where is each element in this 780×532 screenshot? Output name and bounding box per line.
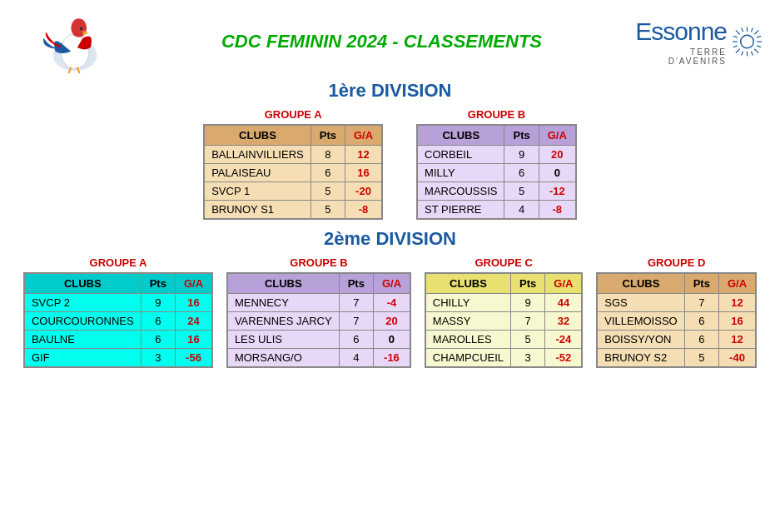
table-row: SVCP 15-20: [204, 182, 382, 201]
points: 6: [311, 164, 345, 182]
goal-average: 12: [718, 294, 756, 312]
club-name: CORBEIL: [417, 146, 504, 164]
div2-group-c-table: CLUBS Pts G/A CHILLY944MASSY732MAROLLES5…: [425, 272, 584, 368]
points: 3: [511, 349, 545, 368]
div2-group-d-container: GROUPE D CLUBS Pts G/A SGS712VILLEMOISSO…: [596, 256, 757, 368]
table-row: BAULNE616: [24, 331, 212, 349]
svg-line-21: [757, 36, 761, 37]
club-name: BRUNOY S2: [597, 349, 684, 368]
div2c-ga-header: G/A: [545, 273, 583, 294]
division1-groups-row: GROUPE A CLUBS Pts G/A BALLAINVILLIERS81…: [17, 108, 763, 220]
club-name: MORSANG/O: [227, 349, 339, 368]
svg-line-22: [757, 46, 761, 47]
goal-average: -16: [373, 349, 410, 368]
goal-average: 0: [373, 331, 410, 349]
club-name: SGS: [597, 294, 684, 312]
div1a-ga-header: G/A: [345, 125, 382, 146]
club-name: BALLAINVILLIERS: [204, 146, 311, 164]
goal-average: -52: [545, 349, 583, 368]
points: 6: [141, 331, 175, 349]
club-name: GIF: [24, 349, 141, 368]
table-row: VARENNES JARCY720: [227, 312, 410, 331]
essonne-logo-area: Essonne TERRE D'AVENIRS: [630, 17, 763, 66]
div1-group-b-container: GROUPE B CLUBS Pts G/A CORBEIL920MILLY60…: [416, 108, 577, 220]
table-row: SVCP 2916: [24, 294, 212, 312]
club-name: CHILLY: [425, 294, 511, 312]
div2-group-d-table: CLUBS Pts G/A SGS712VILLEMOISSO616BOISSY…: [596, 272, 757, 368]
club-name: BRUNOY S1: [204, 201, 311, 220]
goal-average: 24: [175, 312, 212, 331]
points: 5: [504, 182, 539, 201]
table-row: BRUNOY S15-8: [204, 201, 382, 220]
points: 8: [311, 146, 345, 164]
table-row: MILLY60: [417, 164, 576, 182]
div1b-ga-header: G/A: [539, 125, 576, 146]
club-name: CHAMPCUEIL: [425, 349, 511, 368]
div1a-pts-header: Pts: [311, 125, 345, 146]
div1b-pts-header: Pts: [504, 125, 539, 146]
div2-group-a-label: GROUPE A: [90, 256, 147, 269]
svg-point-8: [741, 35, 754, 48]
table-row: PALAISEAU616: [204, 164, 382, 182]
essonne-name: Essonne: [630, 17, 727, 46]
essonne-sun-icon: [731, 25, 763, 58]
div2b-clubs-header: CLUBS: [227, 273, 339, 294]
goal-average: 32: [545, 312, 583, 331]
table-row: MASSY732: [425, 312, 583, 331]
goal-average: 44: [545, 294, 583, 312]
goal-average: -20: [345, 182, 382, 201]
points: 6: [141, 312, 175, 331]
points: 7: [511, 312, 545, 331]
division2-title: 2ème DIVISION: [17, 228, 763, 250]
svg-line-14: [754, 49, 758, 53]
club-name: MARCOUSSIS: [417, 182, 504, 201]
goal-average: 20: [539, 146, 576, 164]
table-row: VILLEMOISSO616: [597, 312, 756, 331]
points: 3: [141, 349, 175, 368]
table-row: SGS712: [597, 294, 756, 312]
div2b-ga-header: G/A: [373, 273, 410, 294]
club-name: MASSY: [425, 312, 511, 331]
club-name: SVCP 2: [24, 294, 141, 312]
goal-average: 16: [345, 164, 382, 182]
division1-section: 1ère DIVISION GROUPE A CLUBS Pts G/A BAL…: [17, 80, 763, 220]
logo-area: FF PETANQUE JEU PROVENÇAL: [17, 8, 133, 75]
svg-line-16: [736, 49, 740, 53]
div1a-clubs-header: CLUBS: [204, 125, 311, 146]
table-row: MARCOUSSIS5-12: [417, 182, 576, 201]
svg-line-17: [742, 27, 743, 32]
div2a-pts-header: Pts: [141, 273, 175, 294]
club-name: COURCOURONNES: [24, 312, 141, 331]
table-row: LES ULIS60: [227, 331, 410, 349]
div2-group-c-container: GROUPE C CLUBS Pts G/A CHILLY944MASSY732…: [425, 256, 584, 368]
points: 7: [339, 294, 373, 312]
div2d-clubs-header: CLUBS: [597, 273, 684, 294]
div2-group-b-label: GROUPE B: [290, 256, 347, 269]
goal-average: -40: [718, 349, 756, 368]
table-row: CHILLY944: [425, 294, 583, 312]
div2c-pts-header: Pts: [511, 273, 545, 294]
div2-group-b-table: CLUBS Pts G/A MENNECY7-4VARENNES JARCY72…: [226, 272, 411, 368]
points: 9: [504, 146, 539, 164]
div2d-ga-header: G/A: [718, 273, 756, 294]
points: 7: [339, 312, 373, 331]
div2-group-c-label: GROUPE C: [474, 256, 532, 269]
points: 6: [339, 331, 373, 349]
main-title: CDC FEMININ 2024 - CLASSEMENTS: [133, 31, 630, 52]
essonne-text-block: Essonne TERRE D'AVENIRS: [630, 17, 727, 66]
division1-title: 1ère DIVISION: [17, 80, 763, 102]
club-name: VARENNES JARCY: [227, 312, 339, 331]
goal-average: 20: [373, 312, 410, 331]
ff-petanque-logo: FF PETANQUE JEU PROVENÇAL: [29, 8, 121, 75]
points: 9: [511, 294, 545, 312]
goal-average: 16: [175, 331, 212, 349]
svg-line-18: [751, 27, 753, 32]
club-name: LES ULIS: [227, 331, 339, 349]
div2d-pts-header: Pts: [684, 273, 718, 294]
table-row: MAROLLES5-24: [425, 331, 583, 349]
points: 6: [504, 164, 539, 182]
div2b-pts-header: Pts: [339, 273, 373, 294]
svg-line-23: [742, 52, 743, 56]
points: 5: [511, 331, 545, 349]
goal-average: -8: [345, 201, 382, 220]
